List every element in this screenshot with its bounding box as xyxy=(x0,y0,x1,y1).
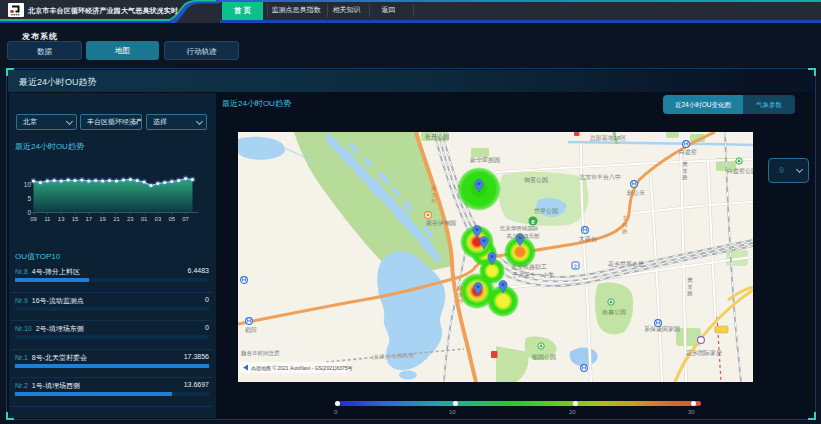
svg-text:03: 03 xyxy=(155,216,162,222)
svg-text:北京华侨城国际: 北京华侨城国际 xyxy=(499,225,539,232)
svg-text:子弟第十一小学: 子弟第十一小学 xyxy=(511,271,554,279)
svg-text:看丹公园: 看丹公园 xyxy=(424,133,449,141)
svg-text:10: 10 xyxy=(24,181,32,188)
svg-text:17: 17 xyxy=(85,216,92,222)
svg-text:花乡国际家居: 花乡国际家居 xyxy=(686,349,722,357)
svg-text:花乡世界名居: 花乡世界名居 xyxy=(608,261,644,268)
svg-text:系保康闵家园: 系保康闵家园 xyxy=(644,325,680,333)
svg-text:世界公园: 世界公园 xyxy=(534,208,558,215)
svg-text:07: 07 xyxy=(182,216,189,222)
svg-text:总部基地18区: 总部基地18区 xyxy=(589,134,627,142)
svg-text:御景公园: 御景公园 xyxy=(524,177,548,184)
svg-text:樊羊路: 樊羊路 xyxy=(687,277,693,296)
svg-text:樊羊路: 樊羊路 xyxy=(682,161,688,180)
svg-text:21: 21 xyxy=(113,216,120,222)
svg-text:05: 05 xyxy=(168,216,175,222)
svg-text:01: 01 xyxy=(141,216,148,222)
svg-text:高尔夫俱乐部: 高尔夫俱乐部 xyxy=(507,233,541,240)
svg-text:11: 11 xyxy=(44,216,51,222)
svg-text:白盆窑: 白盆窑 xyxy=(679,148,697,156)
svg-text:稻田: 稻田 xyxy=(245,327,257,334)
svg-text:北京铁路职工: 北京铁路职工 xyxy=(511,263,547,271)
svg-text:23: 23 xyxy=(127,216,134,222)
svg-text:紫谷伊甸园: 紫谷伊甸园 xyxy=(425,219,456,227)
svg-text:文: 文 xyxy=(573,263,578,269)
svg-text:大葆台: 大葆台 xyxy=(579,235,597,243)
svg-text:南五环: 南五环 xyxy=(431,185,437,204)
svg-text:09: 09 xyxy=(30,216,37,222)
svg-text:郭公庄: 郭公庄 xyxy=(626,189,645,197)
svg-text:5: 5 xyxy=(27,195,31,202)
svg-text:0: 0 xyxy=(27,209,31,216)
svg-text:白盆窑公园: 白盆窑公园 xyxy=(727,167,753,175)
svg-text:15: 15 xyxy=(72,216,79,222)
svg-text:高德地图 © 2021 AutoNavi - GS(2021: 高德地图 © 2021 AutoNavi - GS(2021)6375号 xyxy=(251,365,353,372)
svg-text:北京市丰台八中: 北京市丰台八中 xyxy=(579,173,621,181)
svg-text:19: 19 xyxy=(99,216,106,222)
svg-text:13: 13 xyxy=(58,216,65,222)
svg-text:新华双拥园: 新华双拥园 xyxy=(470,156,500,164)
svg-text:榆园公园: 榆园公园 xyxy=(532,354,556,361)
svg-text:南鑫公园: 南鑫公园 xyxy=(602,309,626,316)
svg-text:魏各庄村回迁房: 魏各庄村回迁房 xyxy=(241,350,280,357)
svg-text:南四环: 南四环 xyxy=(458,285,464,304)
svg-text:e: e xyxy=(531,218,535,225)
svg-text:丰科路: 丰科路 xyxy=(622,215,628,234)
